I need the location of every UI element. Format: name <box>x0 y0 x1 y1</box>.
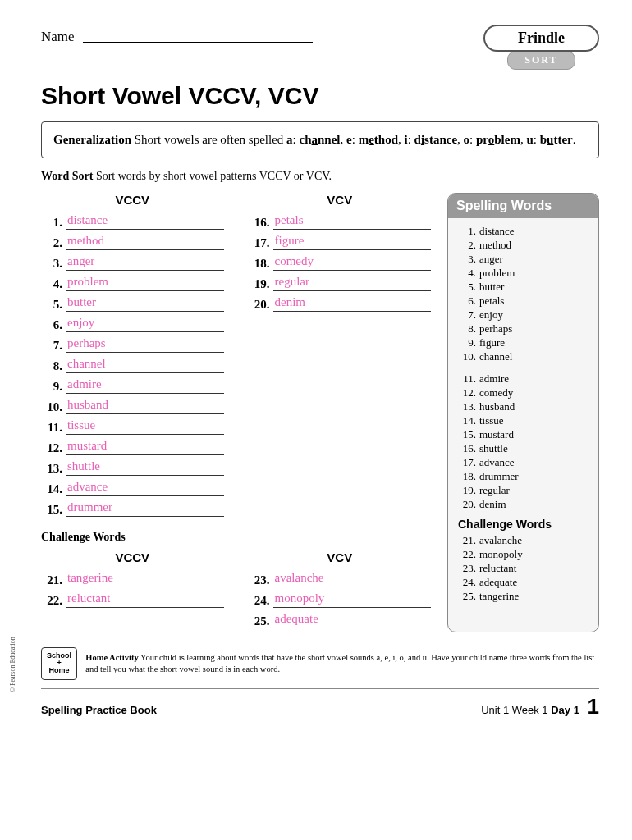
answer-line[interactable]: drummer <box>66 500 224 517</box>
answer-line[interactable]: husband <box>66 398 224 414</box>
row-number: 24. <box>249 594 270 608</box>
answer-line[interactable]: adequate <box>273 612 432 628</box>
answer-line[interactable]: avalanche <box>273 571 432 587</box>
sidebar-word-num: 22. <box>458 548 476 561</box>
sidebar-word: 23.reluctant <box>458 562 588 575</box>
sidebar-challenge-head: Challenge Words <box>458 518 588 531</box>
sidebar-word-text: husband <box>479 400 515 413</box>
answer-text: husband <box>66 398 110 411</box>
copyright: © Pearson Education <box>9 637 16 692</box>
spelling-words-sidebar: Spelling Words 1.distance2.method3.anger… <box>447 193 599 632</box>
sidebar-word-text: drummer <box>479 470 519 483</box>
answer-line[interactable]: tangerine <box>66 571 224 587</box>
answer-line[interactable]: comedy <box>273 254 432 271</box>
sidebar-word: 15.mustard <box>458 428 588 441</box>
answer-text: channel <box>66 357 108 370</box>
sidebar-word-text: petals <box>479 294 504 308</box>
sidebar-word-num: 19. <box>458 484 476 497</box>
answer-line[interactable]: method <box>66 234 224 250</box>
sidebar-word: 18.drummer <box>458 470 588 483</box>
sidebar-word: 1.distance <box>458 225 588 238</box>
sidebar-word: 16.shuttle <box>458 442 588 455</box>
answer-line[interactable]: admire <box>66 377 224 394</box>
sidebar-word: 2.method <box>458 239 588 252</box>
answer-text: comedy <box>273 254 315 267</box>
answer-text: reluctant <box>66 591 112 605</box>
answer-text: drummer <box>66 500 114 514</box>
answer-line[interactable]: mustard <box>66 439 224 455</box>
vcv-column: VCV 16.petals17.figure18.comedy19.regula… <box>249 193 432 521</box>
sidebar-head: Spelling Words <box>448 194 598 218</box>
vcv-row: 18.comedy <box>249 254 432 271</box>
sidebar-word-num: 23. <box>458 562 476 575</box>
answer-line[interactable]: petals <box>273 213 432 230</box>
row-number: 15. <box>41 503 62 517</box>
vccv-head: VCCV <box>41 193 224 207</box>
answer-line[interactable]: advance <box>66 480 224 496</box>
answer-line[interactable]: butter <box>66 295 224 312</box>
answer-line[interactable]: shuttle <box>66 459 224 476</box>
name-input-line[interactable] <box>83 25 313 43</box>
answer-line[interactable]: figure <box>273 234 432 250</box>
row-number: 19. <box>249 277 270 291</box>
sidebar-word-text: butter <box>479 281 504 294</box>
answer-text: method <box>66 234 106 247</box>
row-number: 4. <box>41 277 62 291</box>
vcv-row: 20.denim <box>249 295 432 312</box>
sidebar-word-num: 18. <box>458 470 476 483</box>
page-title: Short Vowel VCCV, VCV <box>41 82 599 110</box>
answer-line[interactable]: problem <box>66 275 224 291</box>
footer-right: Unit 1 Week 1 Day 1 1 <box>481 694 599 719</box>
answer-line[interactable]: denim <box>273 295 432 312</box>
sidebar-word-text: figure <box>479 336 505 349</box>
answer-line[interactable]: channel <box>66 357 224 373</box>
sidebar-word-text: avalanche <box>479 534 522 547</box>
sidebar-word: 19.regular <box>458 484 588 497</box>
sidebar-word-text: admire <box>479 372 509 386</box>
answer-line[interactable]: perhaps <box>66 336 224 353</box>
sidebar-word-num: 10. <box>458 350 476 363</box>
answer-line[interactable]: tissue <box>66 418 224 435</box>
footer-left: Spelling Practice Book <box>41 704 157 716</box>
ch-vcv-head: VCV <box>249 550 432 564</box>
main-columns: VCCV 1.distance2.method3.anger4.problem5… <box>41 193 599 632</box>
answer-line[interactable]: regular <box>273 275 432 291</box>
sidebar-word-num: 3. <box>458 253 476 266</box>
vccv-row: 13.shuttle <box>41 459 224 476</box>
sidebar-word-text: tissue <box>479 414 504 427</box>
sidebar-word-num: 7. <box>458 308 476 322</box>
sidebar-word-num: 25. <box>458 590 476 603</box>
sidebar-word: 21.avalanche <box>458 534 588 547</box>
challenge-vccv-row: 22.reluctant <box>41 591 224 608</box>
sidebar-word-text: tangerine <box>479 590 519 603</box>
row-number: 8. <box>41 359 62 373</box>
answer-line[interactable]: distance <box>66 213 224 230</box>
badge-title: Frindle <box>483 25 599 52</box>
sidebar-word-num: 15. <box>458 428 476 441</box>
vcv-row: 17.figure <box>249 234 432 250</box>
answer-line[interactable]: monopoly <box>273 591 432 608</box>
challenge-label: Challenge Words <box>41 531 431 544</box>
sidebar-word: 7.enjoy <box>458 308 588 322</box>
vcv-row: 19.regular <box>249 275 432 291</box>
sidebar-word-text: shuttle <box>479 442 508 455</box>
vccv-row: 10.husband <box>41 398 224 414</box>
answer-text: tangerine <box>66 571 115 584</box>
challenge-vcv-row: 24.monopoly <box>249 591 432 608</box>
sidebar-word-num: 16. <box>458 442 476 455</box>
vccv-column: VCCV 1.distance2.method3.anger4.problem5… <box>41 193 224 521</box>
instruction: Word Sort Sort words by short vowel patt… <box>41 170 599 183</box>
sidebar-word-text: monopoly <box>479 548 523 561</box>
answer-text: mustard <box>66 439 108 452</box>
sidebar-word-text: comedy <box>479 386 513 399</box>
answer-line[interactable]: enjoy <box>66 316 224 332</box>
answer-line[interactable]: anger <box>66 254 224 271</box>
vccv-row: 11.tissue <box>41 418 224 435</box>
challenge-vcv-column: VCV 23.avalanche24.monopoly25.adequate <box>249 550 432 632</box>
answer-text: adequate <box>273 612 320 625</box>
row-number: 11. <box>41 421 62 435</box>
challenge-vccv-column: VCCV 21.tangerine22.reluctant <box>41 550 224 632</box>
row-number: 21. <box>41 573 62 587</box>
row-number: 22. <box>41 594 62 608</box>
answer-line[interactable]: reluctant <box>66 591 224 608</box>
